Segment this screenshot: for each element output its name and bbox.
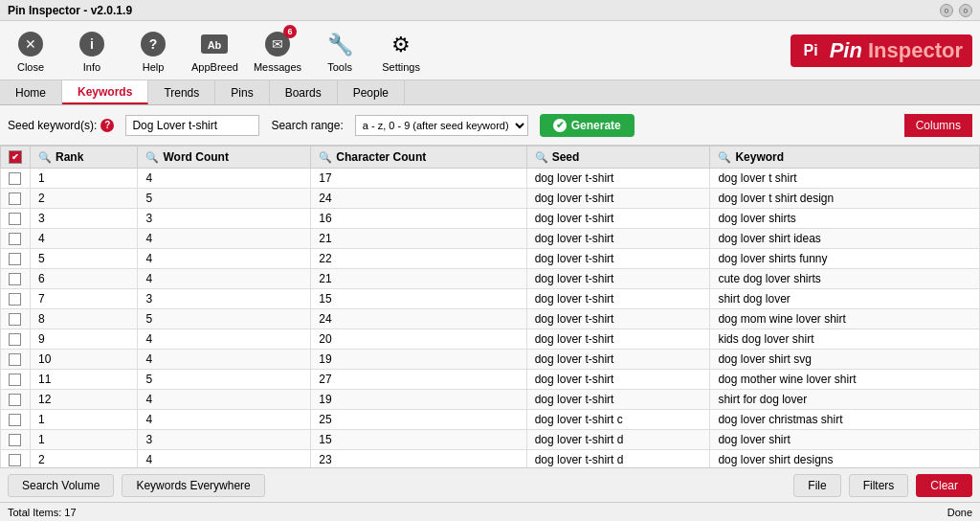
minimize-button[interactable]: ○ [940,4,953,17]
char-count-header[interactable]: 🔍 Character Count [311,147,526,169]
search-volume-button[interactable]: Search Volume [8,474,114,497]
table-row: 1 3 15 dog lover t-shirt d dog lover shi… [1,430,980,450]
row-checkbox[interactable] [9,233,21,245]
word-count-search-icon: 🔍 [145,151,159,164]
info-toolbar-item[interactable]: i Info [69,29,115,73]
rank-header[interactable]: 🔍 Rank [31,147,138,169]
seed-cell: dog lover t-shirt [526,229,710,249]
rank-cell: 1 [31,430,138,450]
seed-cell: dog lover t-shirt [526,269,710,289]
row-checkbox-cell[interactable] [1,430,31,450]
close-window-button[interactable]: ○ [959,4,972,17]
row-checkbox[interactable] [9,434,21,446]
word-count-header[interactable]: 🔍 Word Count [138,147,311,169]
tab-keywords[interactable]: Keywords [62,80,148,104]
row-checkbox[interactable] [9,353,21,366]
row-checkbox-cell[interactable] [1,410,31,430]
row-checkbox[interactable] [9,253,21,265]
select-all-header[interactable] [1,147,31,169]
table-container[interactable]: 🔍 Rank 🔍 Word Count 🔍 [0,146,980,467]
seed-search-icon: 🔍 [535,151,548,164]
tab-boards[interactable]: Boards [270,80,338,104]
select-all-checkbox[interactable] [9,150,22,164]
columns-button[interactable]: Columns [904,114,972,137]
row-checkbox[interactable] [9,193,21,205]
rank-cell: 1 [31,410,138,430]
status-bar: Total Items: 17 Done [0,502,980,521]
search-range-select[interactable]: a - z, 0 - 9 (after seed keyword) a - z … [355,115,528,136]
row-checkbox-cell[interactable] [1,390,31,410]
row-checkbox-cell[interactable] [1,169,31,189]
row-checkbox[interactable] [9,333,21,346]
svg-text:🔧: 🔧 [327,32,354,57]
row-checkbox-cell[interactable] [1,289,31,309]
row-checkbox-cell[interactable] [1,269,31,289]
row-checkbox-cell[interactable] [1,370,31,390]
clear-button[interactable]: Clear [916,474,972,497]
row-checkbox-cell[interactable] [1,229,31,249]
row-checkbox-cell[interactable] [1,329,31,350]
rank-cell: 10 [31,350,138,370]
char-count-cell: 20 [311,329,526,350]
tab-pins[interactable]: Pins [215,80,269,104]
close-toolbar-item[interactable]: ✕ Close [8,29,54,73]
svg-text:✉: ✉ [272,36,283,52]
seed-cell: dog lover t-shirt [526,249,710,269]
rank-cell: 2 [31,450,138,468]
row-checkbox[interactable] [9,273,21,285]
keywords-everywhere-button[interactable]: Keywords Everywhere [122,474,264,497]
keyword-cell: dog lover shirt ideas [710,229,980,249]
generate-button[interactable]: Generate [540,114,635,137]
word-count-cell: 4 [138,390,311,410]
row-checkbox[interactable] [9,172,21,185]
row-checkbox[interactable] [9,454,21,466]
rank-cell: 6 [31,269,138,289]
rank-cell: 3 [31,209,138,229]
messages-toolbar-item[interactable]: ✉ 6 Messages [254,29,301,73]
row-checkbox-cell[interactable] [1,209,31,229]
row-checkbox[interactable] [9,313,21,326]
char-count-cell: 17 [311,169,526,189]
tools-toolbar-item[interactable]: 🔧 Tools [317,29,363,73]
seed-cell: dog lover t-shirt [526,350,710,370]
char-count-cell: 15 [311,430,526,450]
row-checkbox-cell[interactable] [1,189,31,209]
row-checkbox-cell[interactable] [1,309,31,329]
seed-input[interactable] [125,115,259,136]
word-count-cell: 4 [138,169,311,189]
row-checkbox-cell[interactable] [1,450,31,468]
row-checkbox[interactable] [9,394,21,406]
row-checkbox-cell[interactable] [1,249,31,269]
row-checkbox[interactable] [9,414,21,426]
tab-people[interactable]: People [338,80,405,104]
seed-header[interactable]: 🔍 Seed [526,147,710,169]
char-count-cell: 24 [311,189,526,209]
rank-cell: 12 [31,390,138,410]
rank-cell: 5 [31,249,138,269]
window-controls[interactable]: ○ ○ [940,4,972,17]
file-button[interactable]: File [793,474,840,497]
keyword-header[interactable]: 🔍 Keyword [710,147,980,169]
messages-icon-wrap: ✉ 6 [262,29,293,59]
rank-search-icon: 🔍 [38,151,52,164]
keyword-cell: dog lover shirt [710,430,980,450]
char-count-cell: 21 [311,229,526,249]
row-checkbox[interactable] [9,374,21,386]
row-checkbox-cell[interactable] [1,350,31,370]
table-row: 11 5 27 dog lover t-shirt dog mother win… [1,370,980,390]
seed-cell: dog lover t-shirt d [526,430,710,450]
tab-trends[interactable]: Trends [148,80,215,104]
filters-button[interactable]: Filters [849,474,909,497]
appbreed-toolbar-item[interactable]: Ab AppBreed [191,29,238,73]
settings-toolbar-item[interactable]: ⚙ Settings [378,29,424,73]
row-checkbox[interactable] [9,213,21,225]
info-label: Info [83,61,100,73]
seed-help-icon[interactable]: ? [100,119,114,132]
row-checkbox[interactable] [9,293,21,306]
keyword-cell: shirt dog lover [710,289,980,309]
seed-cell: dog lover t-shirt [526,309,710,329]
tab-home[interactable]: Home [0,80,62,104]
svg-text:?: ? [149,36,158,52]
seed-cell: dog lover t-shirt d [526,450,710,468]
help-toolbar-item[interactable]: ? Help [130,29,176,73]
